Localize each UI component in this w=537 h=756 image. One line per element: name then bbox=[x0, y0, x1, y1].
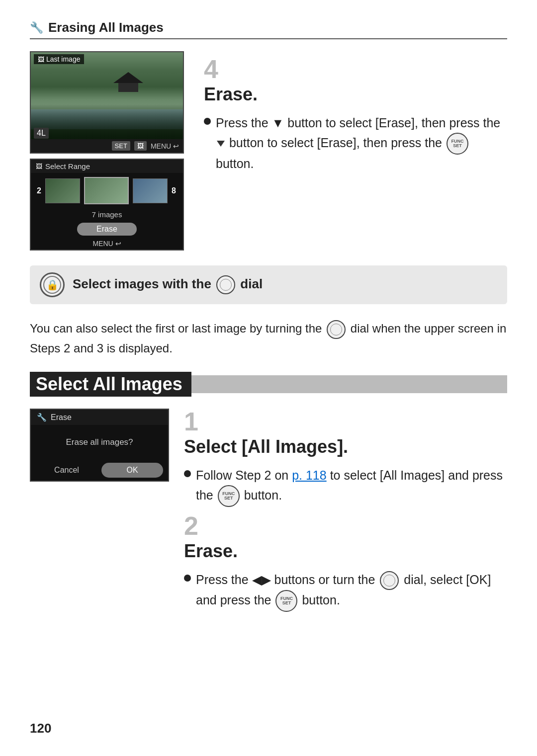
step1-prefix: Follow Step 2 on bbox=[196, 468, 288, 482]
step-4-text-end: button. bbox=[216, 157, 254, 170]
dialog-ok-button[interactable]: OK bbox=[101, 463, 163, 478]
tip-box: 🔒 Select images with the dial bbox=[30, 265, 507, 304]
thumb-num-right: 8 bbox=[172, 186, 176, 195]
screenshots-column: 🖼 Last image 4L SET 🖼 MENU ↩ bbox=[30, 51, 189, 251]
dialog-button-row: Cancel OK bbox=[31, 460, 168, 481]
screen-bottom-bar: SET 🖼 MENU ↩ bbox=[31, 139, 183, 153]
step-4-text-middle: button to select [Erase], then press the bbox=[229, 135, 446, 149]
step-1-number: 1 bbox=[184, 409, 507, 434]
select-range-title-bar: 🖼 Select Range bbox=[31, 160, 183, 173]
step-1-title: Select [All Images]. bbox=[184, 436, 507, 457]
hut-shape bbox=[113, 72, 143, 92]
erase-dialog-title-text: Erase bbox=[51, 413, 72, 422]
corner-badge: 4L bbox=[34, 128, 49, 139]
thumb-num-left: 2 bbox=[37, 186, 41, 195]
screen-erase-button: Erase bbox=[77, 223, 137, 236]
tree-silhouette bbox=[31, 109, 183, 139]
select-all-bar bbox=[191, 375, 507, 393]
step-1-text: Follow Step 2 on p. 118 to select [All I… bbox=[196, 466, 507, 507]
dial-icon-body bbox=[327, 320, 346, 339]
step-2-bullet: Press the ◀▶ buttons or turn the dial, s… bbox=[184, 571, 507, 612]
step2-prefix: Press the ◀▶ buttons or turn the bbox=[196, 573, 375, 587]
last-image-label: Last image bbox=[46, 55, 80, 63]
tip-body-text: You can also select the first or last im… bbox=[30, 319, 507, 358]
erase-all-question: Erase all images? bbox=[66, 437, 133, 447]
thumb-mid bbox=[84, 177, 129, 204]
thumbnails-row: 2 8 bbox=[31, 173, 183, 208]
tip-body-main: You can also select the first or last im… bbox=[30, 322, 322, 335]
bullet-dot-1 bbox=[184, 470, 191, 477]
camera-screen-bottom: 🖼 Select Range 2 8 7 images Erase MENU ↩ bbox=[30, 159, 184, 251]
bullet-dot bbox=[204, 118, 211, 125]
step-4-number: 4 bbox=[204, 56, 507, 82]
erase-icon: 🔧 bbox=[30, 21, 43, 34]
menu-label-top: MENU ↩ bbox=[151, 142, 179, 150]
range-icon: 🖼 bbox=[36, 163, 42, 170]
multi-icon: 🖼 bbox=[38, 56, 44, 63]
set-lbl-1: SET bbox=[224, 496, 233, 501]
step-2-text: Press the ◀▶ buttons or turn the dial, s… bbox=[196, 571, 507, 612]
step1-end: button. bbox=[244, 488, 282, 502]
tip-icon: 🔒 bbox=[40, 272, 65, 297]
screen-image-top: 🖼 Last image bbox=[31, 52, 183, 139]
tip-title: Select images with the dial bbox=[73, 276, 263, 291]
step-4-text: Press the ▼ button to select [Erase], th… bbox=[216, 114, 507, 173]
screen-menu-label: MENU ↩ bbox=[92, 240, 121, 248]
step-2-title: Erase. bbox=[184, 541, 507, 562]
dialog-cancel-button[interactable]: Cancel bbox=[36, 463, 97, 478]
step-4-title: Erase. bbox=[204, 84, 507, 105]
screen-menu-bar: MENU ↩ bbox=[31, 238, 183, 250]
thumb-left bbox=[45, 178, 80, 203]
step-2-number: 2 bbox=[184, 513, 507, 539]
set-badge: SET bbox=[112, 141, 130, 151]
tip-title-prefix: Select images with the bbox=[73, 276, 211, 291]
bullet-dot-2 bbox=[184, 575, 191, 582]
dial-icon-step2 bbox=[380, 571, 399, 590]
section-title: Erasing All Images bbox=[48, 20, 164, 35]
dial-icon-inline bbox=[216, 275, 235, 294]
step-4-bullet-1: Press the ▼ button to select [Erase], th… bbox=[204, 114, 507, 173]
step-1-bullet: Follow Step 2 on p. 118 to select [All I… bbox=[184, 466, 507, 507]
erase-dialog-icon: 🔧 bbox=[37, 413, 47, 422]
image-count: 7 images bbox=[31, 208, 183, 221]
set-lbl-2: SET bbox=[282, 601, 291, 605]
lock-icon: 🔒 bbox=[46, 279, 59, 291]
tip-content: Select images with the dial bbox=[73, 275, 263, 294]
top-section: 🖼 Last image 4L SET 🖼 MENU ↩ bbox=[30, 51, 507, 251]
thumb-right bbox=[133, 178, 168, 203]
step1-link[interactable]: p. 118 bbox=[292, 468, 327, 482]
screen-label-top: 🖼 Last image bbox=[34, 54, 84, 64]
down-arrow-icon bbox=[217, 141, 225, 147]
select-range-label: Select Range bbox=[45, 162, 90, 170]
erase-dialog-screen: 🔧 Erase Erase all images? Cancel OK bbox=[30, 409, 169, 482]
step-1-container: 1 Select [All Images]. Follow Step 2 on … bbox=[184, 409, 507, 507]
screen-bottom: 4L SET 🖼 MENU ↩ bbox=[31, 139, 183, 153]
tip-title-suffix: dial bbox=[240, 276, 263, 291]
erase-dialog-body: Erase all images? bbox=[31, 425, 168, 460]
func-set-button-icon: FUNCSET bbox=[447, 133, 468, 155]
erase-dialog-title: 🔧 Erase bbox=[31, 410, 168, 425]
step2-end: button. bbox=[302, 593, 340, 607]
step-4-area: 4 Erase. Press the ▼ button to select [E… bbox=[204, 51, 507, 251]
func-set-icon-1: FUNCSET bbox=[218, 485, 240, 507]
multi-badge: 🖼 bbox=[134, 141, 147, 151]
step-4-text-main: Press the ▼ button to select [Erase], th… bbox=[216, 116, 500, 130]
camera-screen-top: 🖼 Last image 4L SET 🖼 MENU ↩ bbox=[30, 51, 184, 154]
select-all-header: Select All Images bbox=[30, 372, 507, 397]
page-number: 120 bbox=[30, 721, 51, 736]
select-all-title: Select All Images bbox=[30, 372, 191, 397]
bottom-steps-area: 1 Select [All Images]. Follow Step 2 on … bbox=[184, 409, 507, 618]
set-label: SET bbox=[453, 144, 462, 148]
bottom-section: 🔧 Erase Erase all images? Cancel OK 1 Se… bbox=[30, 409, 507, 618]
section-header: 🔧 Erasing All Images bbox=[30, 20, 507, 39]
func-set-icon-2: FUNCSET bbox=[275, 590, 297, 612]
step-2-container: 2 Erase. Press the ◀▶ buttons or turn th… bbox=[184, 513, 507, 612]
